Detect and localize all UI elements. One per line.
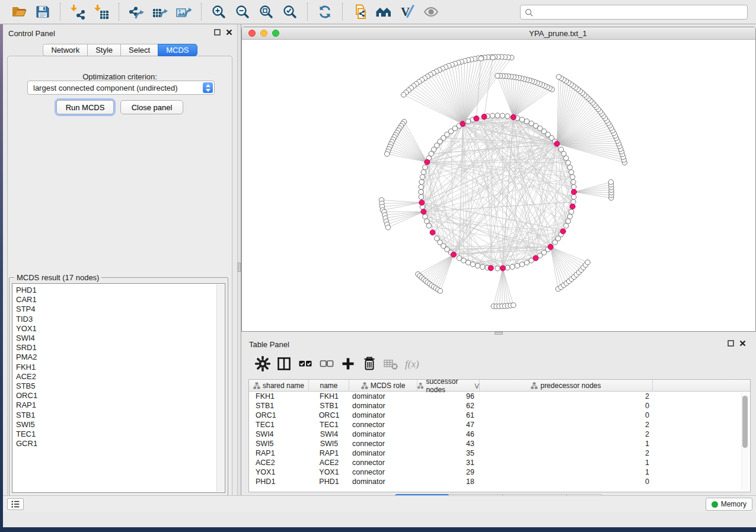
mcds-result-item[interactable]: STP4: [16, 305, 225, 314]
mcds-result-item[interactable]: PHD1: [16, 286, 225, 295]
export-image-icon[interactable]: [174, 2, 193, 21]
cell-predecessor-nodes: 0: [480, 411, 653, 420]
vizmap-icon[interactable]: V: [398, 2, 417, 21]
select-all-icon[interactable]: [295, 354, 316, 373]
vertical-splitter[interactable]: [237, 24, 241, 511]
close-icon[interactable]: [739, 340, 746, 347]
mcds-result-item[interactable]: TEC1: [16, 430, 225, 439]
zoom-out-icon[interactable]: [233, 2, 252, 21]
table-row[interactable]: YOX1YOX1connector291: [249, 467, 750, 477]
mcds-result-item[interactable]: PMA2: [16, 352, 225, 362]
close-panel-button[interactable]: Close panel: [120, 100, 183, 114]
table-row[interactable]: ACE2ACE2connector311: [249, 458, 750, 467]
horizontal-splitter-handle[interactable]: [495, 332, 503, 335]
close-icon[interactable]: [226, 29, 232, 36]
mcds-result-item[interactable]: CAR1: [16, 295, 225, 305]
refresh-icon[interactable]: [315, 2, 334, 21]
zoom-fit-icon[interactable]: [257, 2, 276, 21]
table-panel-window-buttons: [728, 340, 746, 347]
criterion-select[interactable]: largest connected component (undirected): [27, 81, 215, 95]
mcds-tab-content: Optimization criterion: largest connecte…: [7, 56, 232, 503]
table-scrollbar[interactable]: [741, 393, 748, 490]
mcds-result-item[interactable]: FKH1: [16, 363, 225, 372]
cell-successor-nodes: 62: [417, 401, 480, 411]
home-icon[interactable]: [374, 2, 393, 21]
column-header-name[interactable]: name: [309, 380, 349, 391]
close-window-icon[interactable]: [248, 30, 256, 37]
mcds-result-item[interactable]: SWI5: [16, 420, 225, 430]
vertical-splitter-handle[interactable]: [238, 262, 241, 272]
delete-icon[interactable]: [359, 354, 380, 373]
mcds-list-scrollbar[interactable]: [216, 284, 224, 492]
table-row[interactable]: PHD1PHD1dominator180: [249, 477, 750, 486]
cell-MCDS-role: dominator: [349, 430, 417, 439]
search-icon: [524, 8, 534, 17]
cell-name: TEC1: [309, 420, 349, 430]
columns-icon[interactable]: [273, 354, 295, 373]
svg-text:V: V: [401, 5, 410, 19]
table-row[interactable]: RAP1RAP1dominator352: [249, 448, 750, 458]
network-canvas[interactable]: [242, 40, 756, 332]
table-row[interactable]: TEC1TEC1connector472: [249, 420, 750, 430]
mcds-result-item[interactable]: TID3: [16, 315, 225, 324]
cell-shared-name: RAP1: [249, 448, 309, 458]
import-table-icon[interactable]: [92, 2, 111, 21]
network-window-titlebar: YPA_prune.txt_1: [242, 27, 755, 40]
zoom-in-icon[interactable]: [209, 2, 228, 21]
task-history-button[interactable]: [7, 498, 24, 510]
search-input[interactable]: [536, 7, 744, 17]
save-icon[interactable]: [33, 2, 52, 21]
maximize-window-icon[interactable]: [272, 30, 279, 37]
column-header-successor-nodes[interactable]: successor nodes⋁: [417, 380, 480, 391]
mcds-result-item[interactable]: GCR1: [16, 439, 225, 448]
import-network-icon[interactable]: [68, 2, 87, 21]
tab-mcds[interactable]: MCDS: [158, 44, 197, 56]
float-icon[interactable]: [214, 29, 221, 36]
memory-button[interactable]: Memory: [706, 498, 752, 511]
tab-select[interactable]: Select: [120, 44, 158, 56]
run-mcds-button[interactable]: Run MCDS: [56, 100, 114, 114]
table-row[interactable]: ORC1ORC1dominator610: [249, 411, 750, 420]
float-icon[interactable]: [728, 340, 734, 347]
table-toolbar: f(x): [252, 352, 423, 375]
document-share-icon[interactable]: [350, 2, 369, 21]
table-row[interactable]: FKH1FKH1dominator962: [249, 392, 750, 401]
cell-predecessor-nodes: 1: [480, 458, 653, 467]
add-icon[interactable]: [337, 354, 359, 373]
cell-successor-nodes: 47: [417, 420, 480, 430]
gear-icon[interactable]: [252, 354, 273, 373]
export-table-icon[interactable]: [151, 2, 170, 21]
mcds-result-item[interactable]: STB5: [16, 382, 225, 391]
table-row[interactable]: SWI4SWI4dominator462: [249, 430, 750, 439]
table-scrollbar-thumb[interactable]: [742, 396, 748, 448]
minimize-window-icon[interactable]: [260, 30, 267, 37]
deselect-all-icon[interactable]: [316, 354, 337, 373]
column-header-predecessor-nodes[interactable]: predecessor nodes: [480, 380, 653, 391]
export-network-icon[interactable]: [127, 2, 146, 21]
cell-shared-name: FKH1: [249, 392, 309, 401]
mcds-result-item[interactable]: YOX1: [16, 324, 225, 334]
mcds-result-item[interactable]: SRD1: [16, 343, 225, 352]
search-box[interactable]: [520, 5, 748, 20]
mcds-result-item[interactable]: SWI4: [16, 334, 225, 343]
mcds-result-item[interactable]: ACE2: [16, 372, 225, 382]
column-header-MCDS-role[interactable]: MCDS role: [349, 380, 417, 391]
mcds-result-item[interactable]: RAP1: [16, 400, 225, 410]
cell-name: RAP1: [309, 448, 349, 458]
tab-network[interactable]: Network: [43, 44, 88, 56]
open-icon[interactable]: [9, 2, 28, 21]
mcds-result-item[interactable]: STB1: [16, 411, 225, 420]
cell-shared-name: SWI5: [249, 439, 309, 448]
tree-icon: [253, 382, 260, 389]
zoom-selected-icon[interactable]: [280, 2, 299, 21]
table-row[interactable]: SWI5SWI5connector431: [249, 439, 750, 448]
table-row[interactable]: STB1STB1dominator620: [249, 401, 750, 411]
cell-name: ORC1: [309, 411, 349, 420]
tab-style[interactable]: Style: [87, 44, 121, 56]
cell-shared-name: YOX1: [249, 467, 309, 477]
toolbar-separator: [60, 3, 60, 21]
table-panel: Table Panel f(x) shared namenameMCDS rol…: [241, 335, 756, 509]
mcds-result-item[interactable]: ORC1: [16, 391, 225, 400]
table-panel-title: Table Panel: [249, 340, 289, 349]
column-header-shared-name[interactable]: shared name: [249, 380, 309, 391]
